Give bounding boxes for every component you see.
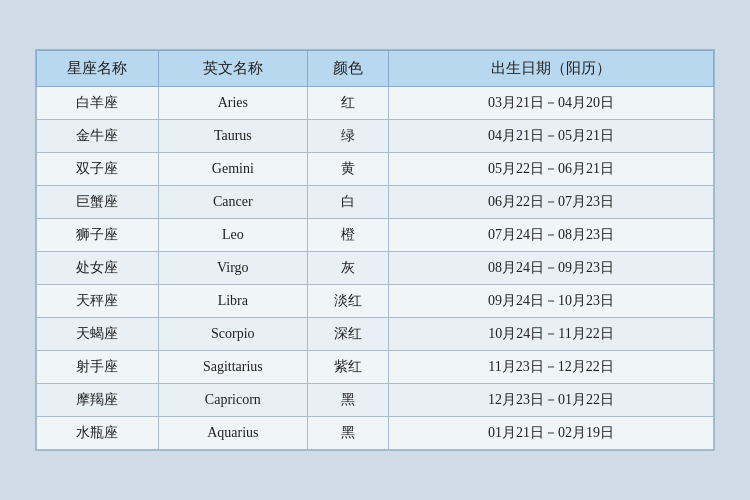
- cell-english: Aquarius: [158, 417, 307, 450]
- cell-chinese: 摩羯座: [37, 384, 159, 417]
- table-row: 狮子座Leo橙07月24日－08月23日: [37, 219, 714, 252]
- cell-chinese: 狮子座: [37, 219, 159, 252]
- cell-english: Gemini: [158, 153, 307, 186]
- cell-english: Cancer: [158, 186, 307, 219]
- cell-color: 黑: [307, 384, 388, 417]
- cell-color: 绿: [307, 120, 388, 153]
- table-row: 巨蟹座Cancer白06月22日－07月23日: [37, 186, 714, 219]
- cell-english: Leo: [158, 219, 307, 252]
- cell-color: 黑: [307, 417, 388, 450]
- cell-chinese: 处女座: [37, 252, 159, 285]
- header-english: 英文名称: [158, 51, 307, 87]
- cell-chinese: 双子座: [37, 153, 159, 186]
- cell-date: 07月24日－08月23日: [389, 219, 714, 252]
- header-color: 颜色: [307, 51, 388, 87]
- table-row: 白羊座Aries红03月21日－04月20日: [37, 87, 714, 120]
- cell-color: 橙: [307, 219, 388, 252]
- cell-english: Capricorn: [158, 384, 307, 417]
- cell-date: 08月24日－09月23日: [389, 252, 714, 285]
- cell-color: 白: [307, 186, 388, 219]
- cell-chinese: 金牛座: [37, 120, 159, 153]
- cell-english: Scorpio: [158, 318, 307, 351]
- table-row: 水瓶座Aquarius黑01月21日－02月19日: [37, 417, 714, 450]
- cell-english: Virgo: [158, 252, 307, 285]
- zodiac-table-container: 星座名称 英文名称 颜色 出生日期（阳历） 白羊座Aries红03月21日－04…: [35, 49, 715, 451]
- cell-color: 黄: [307, 153, 388, 186]
- table-row: 摩羯座Capricorn黑12月23日－01月22日: [37, 384, 714, 417]
- table-row: 射手座Sagittarius紫红11月23日－12月22日: [37, 351, 714, 384]
- table-row: 天蝎座Scorpio深红10月24日－11月22日: [37, 318, 714, 351]
- cell-color: 淡红: [307, 285, 388, 318]
- cell-date: 01月21日－02月19日: [389, 417, 714, 450]
- cell-date: 03月21日－04月20日: [389, 87, 714, 120]
- cell-date: 05月22日－06月21日: [389, 153, 714, 186]
- table-header-row: 星座名称 英文名称 颜色 出生日期（阳历）: [37, 51, 714, 87]
- cell-chinese: 水瓶座: [37, 417, 159, 450]
- cell-chinese: 白羊座: [37, 87, 159, 120]
- cell-date: 04月21日－05月21日: [389, 120, 714, 153]
- cell-date: 10月24日－11月22日: [389, 318, 714, 351]
- table-body: 白羊座Aries红03月21日－04月20日金牛座Taurus绿04月21日－0…: [37, 87, 714, 450]
- table-row: 金牛座Taurus绿04月21日－05月21日: [37, 120, 714, 153]
- cell-chinese: 天秤座: [37, 285, 159, 318]
- cell-english: Libra: [158, 285, 307, 318]
- table-row: 处女座Virgo灰08月24日－09月23日: [37, 252, 714, 285]
- cell-date: 06月22日－07月23日: [389, 186, 714, 219]
- cell-color: 红: [307, 87, 388, 120]
- cell-date: 11月23日－12月22日: [389, 351, 714, 384]
- header-chinese: 星座名称: [37, 51, 159, 87]
- cell-date: 09月24日－10月23日: [389, 285, 714, 318]
- cell-color: 灰: [307, 252, 388, 285]
- cell-color: 深红: [307, 318, 388, 351]
- cell-english: Sagittarius: [158, 351, 307, 384]
- table-row: 双子座Gemini黄05月22日－06月21日: [37, 153, 714, 186]
- cell-chinese: 巨蟹座: [37, 186, 159, 219]
- cell-english: Aries: [158, 87, 307, 120]
- cell-chinese: 天蝎座: [37, 318, 159, 351]
- table-row: 天秤座Libra淡红09月24日－10月23日: [37, 285, 714, 318]
- cell-chinese: 射手座: [37, 351, 159, 384]
- cell-english: Taurus: [158, 120, 307, 153]
- cell-color: 紫红: [307, 351, 388, 384]
- zodiac-table: 星座名称 英文名称 颜色 出生日期（阳历） 白羊座Aries红03月21日－04…: [36, 50, 714, 450]
- header-date: 出生日期（阳历）: [389, 51, 714, 87]
- cell-date: 12月23日－01月22日: [389, 384, 714, 417]
